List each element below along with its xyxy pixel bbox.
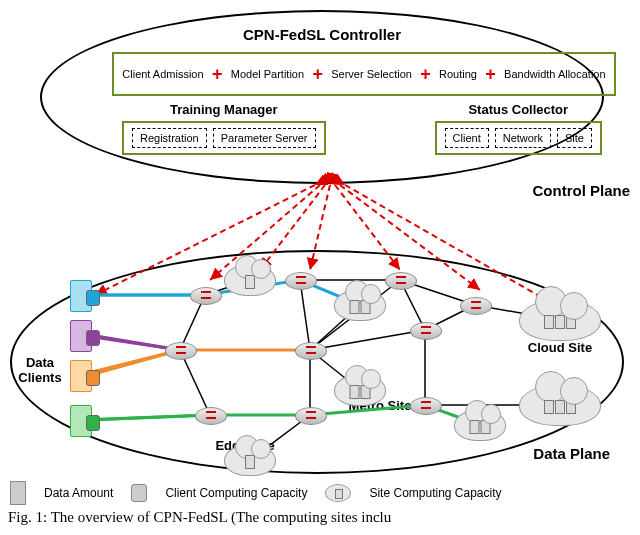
status-collector-block: Status Collector Client Network Site [435, 102, 602, 155]
pipeline-step: Model Partition [231, 68, 304, 80]
pipeline-step: Client Admission [122, 68, 203, 80]
router-icon [195, 407, 227, 425]
legend-site-capacity: Site Computing Capacity [369, 486, 501, 500]
data-client-icon [70, 360, 90, 390]
legend-client-capacity: Client Computing Capacity [165, 486, 307, 500]
data-client-icon [70, 280, 90, 310]
tm-item: Registration [132, 128, 207, 148]
control-plane-label: Control Plane [532, 182, 630, 199]
site-cloud-icon [454, 409, 506, 441]
site-cloud-icon [519, 299, 601, 341]
legend-data-amount: Data Amount [44, 486, 113, 500]
site-cloud-icon [334, 289, 386, 321]
training-manager-title: Training Manager [122, 102, 326, 117]
router-icon [165, 342, 197, 360]
site-cloud-icon [224, 444, 276, 476]
status-collector-title: Status Collector [435, 102, 602, 117]
subgroups-row: Training Manager Registration Parameter … [122, 102, 602, 155]
site-cloud-icon [224, 264, 276, 296]
sc-item: Client [445, 128, 489, 148]
status-collector-box: Client Network Site [435, 121, 602, 155]
plus-icon: + [485, 64, 496, 85]
router-icon [460, 297, 492, 315]
router-icon [410, 322, 442, 340]
cloud-site-label: Cloud Site [528, 340, 592, 355]
router-icon [295, 342, 327, 360]
legend-rack-icon [10, 481, 26, 505]
site-cloud-icon [334, 374, 386, 406]
sc-item: Site [557, 128, 592, 148]
control-plane-panel: CPN-FedSL Controller Client Admission + … [40, 10, 604, 184]
training-manager-block: Training Manager Registration Parameter … [122, 102, 326, 155]
pipeline-step: Bandwidth Allocation [504, 68, 606, 80]
data-clients-label: Data Clients [18, 355, 61, 385]
data-plane-panel [10, 250, 624, 474]
plus-icon: + [212, 64, 223, 85]
data-plane-label: Data Plane [533, 445, 610, 462]
router-icon [190, 287, 222, 305]
legend-cloud-icon [325, 484, 351, 502]
site-cloud-icon [519, 384, 601, 426]
pipeline-step: Server Selection [331, 68, 412, 80]
plus-icon: + [312, 64, 323, 85]
router-icon [385, 272, 417, 290]
training-manager-box: Registration Parameter Server [122, 121, 326, 155]
router-icon [295, 407, 327, 425]
router-icon [285, 272, 317, 290]
data-client-icon [70, 320, 90, 350]
figure-caption: Fig. 1: The overview of CPN-FedSL (The c… [8, 509, 391, 526]
legend-cyl-icon [131, 484, 147, 502]
tm-item: Parameter Server [213, 128, 316, 148]
pipeline-step: Routing [439, 68, 477, 80]
controller-pipeline: Client Admission + Model Partition + Ser… [112, 52, 616, 96]
legend: Data Amount Client Computing Capacity Si… [10, 482, 630, 504]
controller-title: CPN-FedSL Controller [243, 26, 401, 43]
router-icon [410, 397, 442, 415]
sc-item: Network [495, 128, 551, 148]
plus-icon: + [420, 64, 431, 85]
data-client-icon [70, 405, 90, 435]
